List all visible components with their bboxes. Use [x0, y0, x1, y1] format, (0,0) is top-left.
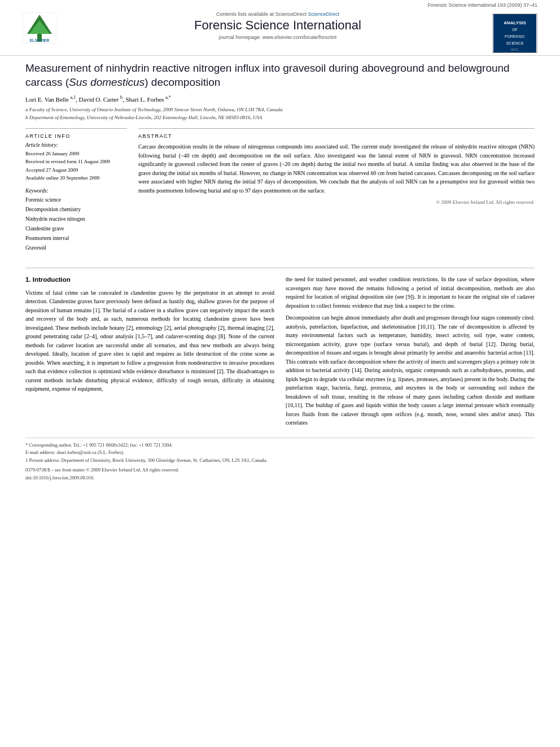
- received-date: Received 26 January 2009: [25, 150, 127, 158]
- svg-text:ANALYSIS: ANALYSIS: [504, 20, 526, 25]
- intro-paragraph-3: Decomposition can begin almost immediate…: [286, 313, 535, 427]
- intro-heading: 1. Introduction: [25, 275, 274, 285]
- journal-title: Forensic Science International: [63, 18, 492, 33]
- svg-text:INT'L: INT'L: [511, 48, 519, 51]
- authors: Lori E. Van Belle a,1, David O. Carter b…: [25, 95, 535, 103]
- svg-text:ELSEVIER: ELSEVIER: [30, 38, 50, 42]
- abstract-label: ABSTRACT: [138, 133, 535, 139]
- intro-col-left: 1. Introduction Victims of fatal crime c…: [25, 275, 274, 431]
- article-content: Measurement of ninhydrin reactive nitrog…: [0, 56, 560, 493]
- copyright-line: © 2009 Elsevier Ireland Ltd. All rights …: [138, 199, 535, 205]
- available-date: Available online 20 September 2009: [25, 174, 127, 182]
- introduction-section: 1. Introduction Victims of fatal crime c…: [25, 275, 535, 431]
- svg-text:SCIENCE: SCIENCE: [506, 41, 523, 45]
- article-history-group: Article history: Received 26 January 200…: [25, 142, 127, 182]
- section-divider: [25, 268, 535, 268]
- affiliation-a: a Faculty of Science, University of Onta…: [25, 106, 535, 114]
- page-wrapper: Forensic Science International 193 (2009…: [0, 0, 560, 747]
- accepted-date: Accepted 27 August 2009: [25, 166, 127, 174]
- issn-line: 0379-0738/$ – see front matter © 2009 El…: [25, 466, 535, 474]
- journal-citation: Forensic Science International 193 (2009…: [0, 0, 560, 8]
- keywords-list: Forensic science Decomposition chemistry…: [25, 195, 127, 254]
- elsevier-tree-icon: ELSEVIER: [23, 12, 56, 43]
- footnote-corresponding: * Corresponding author. Tel.: +1 905 721…: [25, 442, 535, 449]
- article-info-panel: ARTICLE INFO Article history: Received 2…: [25, 128, 127, 259]
- keyword-4: Clandestine grave: [25, 224, 127, 234]
- footnote-section: * Corresponding author. Tel.: +1 905 721…: [25, 438, 535, 482]
- keyword-2: Decomposition chemistry: [25, 205, 127, 215]
- article-title: Measurement of ninhydrin reactive nitrog…: [25, 62, 535, 89]
- elsevier-logo: ELSEVIER: [23, 12, 56, 45]
- received-revised-date: Received in revised form 11 August 2009: [25, 158, 127, 165]
- journal-center: Contents lists available at ScienceDirec…: [63, 11, 492, 40]
- citation-text: Forensic Science International 193 (2009…: [427, 2, 537, 8]
- journal-header: ELSEVIER Contents lists available at Sci…: [0, 8, 560, 56]
- affiliation-b: b Department of Entomology, University o…: [25, 114, 535, 122]
- journal-badge: ANALYSIS OF FORENSIC SCIENCE INT'L: [492, 14, 537, 53]
- journal-homepage: journal homepage: www.elsevier.com/locat…: [63, 34, 492, 40]
- doi-line: doi:10.1016/j.forsciint.2009.08.016: [25, 474, 535, 482]
- article-info-abstract: ARTICLE INFO Article history: Received 2…: [25, 128, 535, 259]
- svg-text:OF: OF: [512, 28, 518, 32]
- keyword-3: Ninhydrin reactive nitrogen: [25, 215, 127, 224]
- footnote-present: 1 Present address: Department of Chemist…: [25, 457, 535, 465]
- article-history-label: Article history:: [25, 142, 127, 148]
- abstract-panel: ABSTRACT Carcass decomposition results i…: [138, 128, 535, 259]
- keyword-1: Forensic science: [25, 195, 127, 205]
- footnote-email: E-mail address: shari.forbes@uoit.ca (S.…: [25, 449, 535, 457]
- intro-paragraph-1: Victims of fatal crime can be concealed …: [25, 289, 274, 394]
- sciencedirect-link[interactable]: ScienceDirect: [308, 11, 340, 17]
- intro-paragraph-2: the need for trained personnel, and weat…: [286, 275, 535, 310]
- intro-col-right: the need for trained personnel, and weat…: [286, 275, 535, 431]
- keyword-5: Postmortem interval: [25, 234, 127, 243]
- sciencedirect-text: Contents lists available at ScienceDirec…: [63, 11, 492, 17]
- keyword-6: Gravesoil: [25, 243, 127, 253]
- article-info-label: ARTICLE INFO: [25, 133, 127, 139]
- keywords-label: Keywords:: [25, 188, 127, 194]
- journal-badge-icon: ANALYSIS OF FORENSIC SCIENCE INT'L: [493, 14, 536, 53]
- affiliations: a Faculty of Science, University of Onta…: [25, 106, 535, 121]
- keywords-group: Keywords: Forensic science Decomposition…: [25, 188, 127, 254]
- abstract-text: Carcass decomposition results in the rel…: [138, 142, 535, 195]
- svg-text:FORENSIC: FORENSIC: [505, 34, 525, 38]
